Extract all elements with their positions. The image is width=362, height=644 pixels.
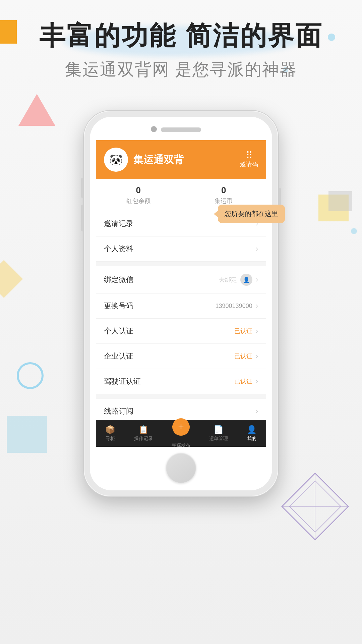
menu-item-wechat[interactable]: 绑定微信 去绑定 👤 › (96, 266, 266, 293)
nav-item-publish[interactable]: + 寻踪发布 (172, 418, 190, 447)
app-screen: 🐼 集运通双背 ⠿ 邀请码 0 红包余额 (96, 140, 266, 447)
tooltip-text: 您所要的都在这里 (225, 210, 278, 217)
menu-item-right: 已认证 › (234, 327, 258, 335)
tooltip-bubble: 您所要的都在这里 (218, 205, 285, 223)
chevron-icon: › (256, 245, 258, 253)
menu-item-label: 绑定微信 (104, 275, 133, 285)
main-title: 丰富的功能 简洁的界面 (0, 20, 362, 52)
app-header: 🐼 集运通双背 ⠿ 邀请码 (96, 140, 266, 179)
cert-status: 已认证 (234, 327, 252, 335)
red-packet-label: 红包余额 (96, 197, 181, 205)
chevron-icon: › (256, 327, 258, 335)
red-packet-value: 0 (96, 185, 181, 196)
menu-section-2: 绑定微信 去绑定 👤 › 更换号码 13900139000 › (96, 266, 266, 394)
menu-item-profile[interactable]: 个人资料 › (96, 236, 266, 262)
invite-button[interactable]: ⠿ 邀请码 (240, 151, 258, 168)
bottom-nav: 📦 寻柜 📋 操作记录 + 寻踪发布 📄 运单管理 (96, 420, 266, 447)
phone-home-button[interactable] (166, 453, 196, 483)
nav-item-operations[interactable]: 📋 操作记录 (134, 425, 153, 442)
menu-item-label: 线路订阅 (104, 406, 133, 416)
phone-speaker (161, 127, 201, 132)
plus-button[interactable]: + (172, 418, 190, 436)
deco-blue-circle (17, 362, 44, 389)
menu-item-label: 更换号码 (104, 301, 133, 311)
chevron-icon: › (256, 275, 258, 284)
deco-gray-rect (328, 191, 352, 211)
chevron-icon: › (256, 302, 258, 310)
avatar-emoji: 🐼 (109, 153, 123, 166)
svg-line-7 (282, 506, 315, 540)
deco-blue-dot3 (351, 228, 357, 234)
menu-item-driving-cert[interactable]: 驾驶证认证 已认证 › (96, 369, 266, 394)
deco-pink-triangle (18, 94, 55, 126)
menu-item-right: 已认证 › (234, 377, 258, 386)
chevron-icon: › (256, 377, 258, 386)
nav-item-orders[interactable]: 📄 运单管理 (209, 425, 228, 442)
menu-item-personal-cert[interactable]: 个人认证 已认证 › (96, 319, 266, 344)
chevron-icon: › (256, 352, 258, 361)
menu-item-label: 个人资料 (104, 244, 133, 254)
phone-volume-up-button (81, 178, 84, 198)
phone-outer: 🐼 集运通双背 ⠿ 邀请码 0 红包余额 (84, 111, 278, 496)
menu-item-right: 已认证 › (234, 352, 258, 361)
app-name: 集运通双背 (133, 153, 184, 167)
phone-camera (151, 126, 157, 132)
deco-blue-rect (7, 416, 47, 453)
avatar: 🐼 (104, 148, 128, 172)
menu-item-right: 去绑定 👤 › (219, 274, 258, 286)
menu-item-right: › (256, 407, 258, 416)
menu-item-label: 个人认证 (104, 326, 133, 336)
mine-icon: 👤 (247, 425, 257, 434)
menu-item-right: › (256, 245, 258, 253)
nav-label: 我的 (247, 436, 256, 442)
cabinet-icon: 📦 (105, 425, 115, 434)
invite-label: 邀请码 (240, 160, 258, 168)
cert-status: 已认证 (234, 377, 252, 385)
wechat-avatar: 👤 (240, 274, 252, 286)
deco-purple-diamond (278, 470, 352, 543)
menu-item-label: 驾驶证认证 (104, 376, 141, 386)
qr-icon: ⠿ (246, 151, 253, 160)
menu-item-label: 邀请记录 (104, 219, 133, 229)
svg-line-5 (315, 473, 348, 506)
nav-item-cabinet[interactable]: 📦 寻柜 (105, 425, 115, 442)
nav-label: 操作记录 (134, 436, 153, 442)
header-area: 丰富的功能 简洁的界面 集运通双背网 是您寻派的神器 (0, 20, 362, 81)
phone-volume-down-button (81, 205, 84, 231)
nav-label: 寻踪发布 (172, 442, 190, 447)
nav-item-mine[interactable]: 👤 我的 (247, 425, 257, 442)
phone-mockup: 🐼 集运通双背 ⠿ 邀请码 0 红包余额 (84, 111, 278, 496)
menu-item-phone[interactable]: 更换号码 13900139000 › (96, 293, 266, 319)
menu-sections: 邀请记录 › 个人资料 › (96, 211, 266, 447)
nav-label: 运单管理 (209, 436, 228, 442)
coin-stat: 0 集运币 (181, 185, 266, 205)
unbind-text: 去绑定 (219, 276, 237, 284)
nav-label: 寻柜 (106, 436, 115, 442)
coin-label: 集运币 (181, 197, 266, 205)
coin-value: 0 (181, 185, 266, 196)
phone-number: 13900139000 (216, 303, 252, 310)
svg-line-6 (315, 506, 348, 540)
red-packet-stat: 0 红包余额 (96, 185, 181, 205)
sub-title: 集运通双背网 是您寻派的神器 (0, 58, 362, 81)
chevron-icon: › (256, 407, 258, 416)
phone-inner: 🐼 集运通双背 ⠿ 邀请码 0 红包余额 (90, 117, 272, 490)
cert-status: 已认证 (234, 352, 252, 360)
operations-icon: 📋 (138, 425, 148, 434)
svg-line-4 (282, 473, 315, 506)
menu-item-company-cert[interactable]: 企业认证 已认证 › (96, 344, 266, 369)
menu-item-right: 13900139000 › (216, 302, 258, 310)
app-header-left: 🐼 集运通双背 (104, 148, 184, 172)
orders-icon: 📄 (214, 425, 224, 434)
menu-item-label: 企业认证 (104, 351, 133, 361)
